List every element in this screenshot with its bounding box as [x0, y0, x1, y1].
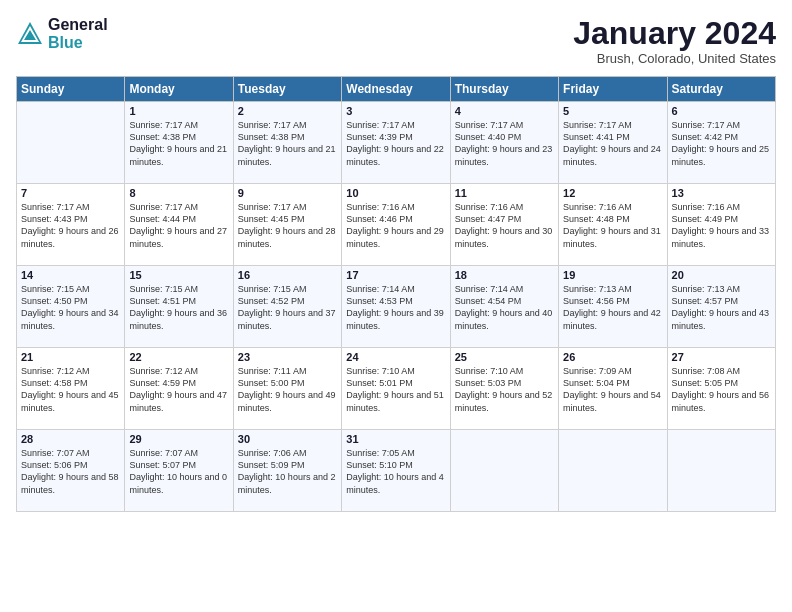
day-number: 16: [238, 269, 337, 281]
day-info: Sunrise: 7:12 AM Sunset: 4:59 PM Dayligh…: [129, 365, 228, 414]
week-row-5: 28Sunrise: 7:07 AM Sunset: 5:06 PM Dayli…: [17, 430, 776, 512]
calendar-cell: 26Sunrise: 7:09 AM Sunset: 5:04 PM Dayli…: [559, 348, 667, 430]
day-info: Sunrise: 7:17 AM Sunset: 4:39 PM Dayligh…: [346, 119, 445, 168]
day-info: Sunrise: 7:11 AM Sunset: 5:00 PM Dayligh…: [238, 365, 337, 414]
calendar-cell: [17, 102, 125, 184]
day-number: 19: [563, 269, 662, 281]
calendar-cell: 1Sunrise: 7:17 AM Sunset: 4:38 PM Daylig…: [125, 102, 233, 184]
week-row-4: 21Sunrise: 7:12 AM Sunset: 4:58 PM Dayli…: [17, 348, 776, 430]
day-info: Sunrise: 7:17 AM Sunset: 4:45 PM Dayligh…: [238, 201, 337, 250]
calendar-cell: 22Sunrise: 7:12 AM Sunset: 4:59 PM Dayli…: [125, 348, 233, 430]
calendar-cell: 30Sunrise: 7:06 AM Sunset: 5:09 PM Dayli…: [233, 430, 341, 512]
day-number: 5: [563, 105, 662, 117]
calendar-cell: 21Sunrise: 7:12 AM Sunset: 4:58 PM Dayli…: [17, 348, 125, 430]
calendar-cell: 13Sunrise: 7:16 AM Sunset: 4:49 PM Dayli…: [667, 184, 775, 266]
day-number: 30: [238, 433, 337, 445]
day-number: 13: [672, 187, 771, 199]
day-info: Sunrise: 7:07 AM Sunset: 5:06 PM Dayligh…: [21, 447, 120, 496]
calendar-cell: 28Sunrise: 7:07 AM Sunset: 5:06 PM Dayli…: [17, 430, 125, 512]
day-number: 1: [129, 105, 228, 117]
day-number: 29: [129, 433, 228, 445]
day-info: Sunrise: 7:09 AM Sunset: 5:04 PM Dayligh…: [563, 365, 662, 414]
day-number: 15: [129, 269, 228, 281]
day-info: Sunrise: 7:08 AM Sunset: 5:05 PM Dayligh…: [672, 365, 771, 414]
calendar-cell: 24Sunrise: 7:10 AM Sunset: 5:01 PM Dayli…: [342, 348, 450, 430]
calendar-cell: 6Sunrise: 7:17 AM Sunset: 4:42 PM Daylig…: [667, 102, 775, 184]
day-info: Sunrise: 7:16 AM Sunset: 4:49 PM Dayligh…: [672, 201, 771, 250]
day-info: Sunrise: 7:17 AM Sunset: 4:43 PM Dayligh…: [21, 201, 120, 250]
day-info: Sunrise: 7:17 AM Sunset: 4:41 PM Dayligh…: [563, 119, 662, 168]
calendar-cell: 2Sunrise: 7:17 AM Sunset: 4:38 PM Daylig…: [233, 102, 341, 184]
calendar-cell: 31Sunrise: 7:05 AM Sunset: 5:10 PM Dayli…: [342, 430, 450, 512]
day-number: 3: [346, 105, 445, 117]
day-number: 21: [21, 351, 120, 363]
calendar-cell: 17Sunrise: 7:14 AM Sunset: 4:53 PM Dayli…: [342, 266, 450, 348]
day-info: Sunrise: 7:10 AM Sunset: 5:01 PM Dayligh…: [346, 365, 445, 414]
logo-icon: [16, 20, 44, 48]
day-number: 12: [563, 187, 662, 199]
location: Brush, Colorado, United States: [573, 51, 776, 66]
calendar-cell: 11Sunrise: 7:16 AM Sunset: 4:47 PM Dayli…: [450, 184, 558, 266]
day-info: Sunrise: 7:14 AM Sunset: 4:54 PM Dayligh…: [455, 283, 554, 332]
calendar-cell: [559, 430, 667, 512]
day-info: Sunrise: 7:16 AM Sunset: 4:46 PM Dayligh…: [346, 201, 445, 250]
calendar-cell: 14Sunrise: 7:15 AM Sunset: 4:50 PM Dayli…: [17, 266, 125, 348]
calendar-cell: 29Sunrise: 7:07 AM Sunset: 5:07 PM Dayli…: [125, 430, 233, 512]
day-info: Sunrise: 7:17 AM Sunset: 4:40 PM Dayligh…: [455, 119, 554, 168]
day-number: 6: [672, 105, 771, 117]
calendar-cell: 19Sunrise: 7:13 AM Sunset: 4:56 PM Dayli…: [559, 266, 667, 348]
week-row-1: 1Sunrise: 7:17 AM Sunset: 4:38 PM Daylig…: [17, 102, 776, 184]
day-number: 8: [129, 187, 228, 199]
col-sunday: Sunday: [17, 77, 125, 102]
day-info: Sunrise: 7:17 AM Sunset: 4:38 PM Dayligh…: [129, 119, 228, 168]
day-info: Sunrise: 7:15 AM Sunset: 4:50 PM Dayligh…: [21, 283, 120, 332]
calendar-cell: 16Sunrise: 7:15 AM Sunset: 4:52 PM Dayli…: [233, 266, 341, 348]
calendar-cell: 3Sunrise: 7:17 AM Sunset: 4:39 PM Daylig…: [342, 102, 450, 184]
day-number: 7: [21, 187, 120, 199]
day-number: 26: [563, 351, 662, 363]
day-info: Sunrise: 7:16 AM Sunset: 4:48 PM Dayligh…: [563, 201, 662, 250]
day-number: 28: [21, 433, 120, 445]
day-number: 14: [21, 269, 120, 281]
calendar-cell: 25Sunrise: 7:10 AM Sunset: 5:03 PM Dayli…: [450, 348, 558, 430]
col-saturday: Saturday: [667, 77, 775, 102]
col-friday: Friday: [559, 77, 667, 102]
day-info: Sunrise: 7:05 AM Sunset: 5:10 PM Dayligh…: [346, 447, 445, 496]
week-row-3: 14Sunrise: 7:15 AM Sunset: 4:50 PM Dayli…: [17, 266, 776, 348]
day-info: Sunrise: 7:07 AM Sunset: 5:07 PM Dayligh…: [129, 447, 228, 496]
calendar-cell: 10Sunrise: 7:16 AM Sunset: 4:46 PM Dayli…: [342, 184, 450, 266]
col-monday: Monday: [125, 77, 233, 102]
logo: General Blue: [16, 16, 108, 51]
day-info: Sunrise: 7:12 AM Sunset: 4:58 PM Dayligh…: [21, 365, 120, 414]
page-container: General Blue January 2024 Brush, Colorad…: [0, 0, 792, 520]
calendar-cell: 27Sunrise: 7:08 AM Sunset: 5:05 PM Dayli…: [667, 348, 775, 430]
calendar-cell: [450, 430, 558, 512]
title-block: January 2024 Brush, Colorado, United Sta…: [573, 16, 776, 66]
day-number: 9: [238, 187, 337, 199]
calendar-cell: 8Sunrise: 7:17 AM Sunset: 4:44 PM Daylig…: [125, 184, 233, 266]
header-row: Sunday Monday Tuesday Wednesday Thursday…: [17, 77, 776, 102]
day-info: Sunrise: 7:15 AM Sunset: 4:51 PM Dayligh…: [129, 283, 228, 332]
col-wednesday: Wednesday: [342, 77, 450, 102]
day-info: Sunrise: 7:15 AM Sunset: 4:52 PM Dayligh…: [238, 283, 337, 332]
day-number: 10: [346, 187, 445, 199]
header: General Blue January 2024 Brush, Colorad…: [16, 16, 776, 66]
day-info: Sunrise: 7:14 AM Sunset: 4:53 PM Dayligh…: [346, 283, 445, 332]
day-number: 24: [346, 351, 445, 363]
calendar-cell: 23Sunrise: 7:11 AM Sunset: 5:00 PM Dayli…: [233, 348, 341, 430]
calendar-cell: 7Sunrise: 7:17 AM Sunset: 4:43 PM Daylig…: [17, 184, 125, 266]
day-info: Sunrise: 7:13 AM Sunset: 4:56 PM Dayligh…: [563, 283, 662, 332]
day-number: 23: [238, 351, 337, 363]
day-number: 31: [346, 433, 445, 445]
day-number: 17: [346, 269, 445, 281]
day-number: 11: [455, 187, 554, 199]
day-info: Sunrise: 7:17 AM Sunset: 4:44 PM Dayligh…: [129, 201, 228, 250]
calendar-cell: [667, 430, 775, 512]
calendar-cell: 9Sunrise: 7:17 AM Sunset: 4:45 PM Daylig…: [233, 184, 341, 266]
calendar-cell: 4Sunrise: 7:17 AM Sunset: 4:40 PM Daylig…: [450, 102, 558, 184]
day-info: Sunrise: 7:10 AM Sunset: 5:03 PM Dayligh…: [455, 365, 554, 414]
col-tuesday: Tuesday: [233, 77, 341, 102]
day-number: 18: [455, 269, 554, 281]
day-number: 27: [672, 351, 771, 363]
day-number: 25: [455, 351, 554, 363]
